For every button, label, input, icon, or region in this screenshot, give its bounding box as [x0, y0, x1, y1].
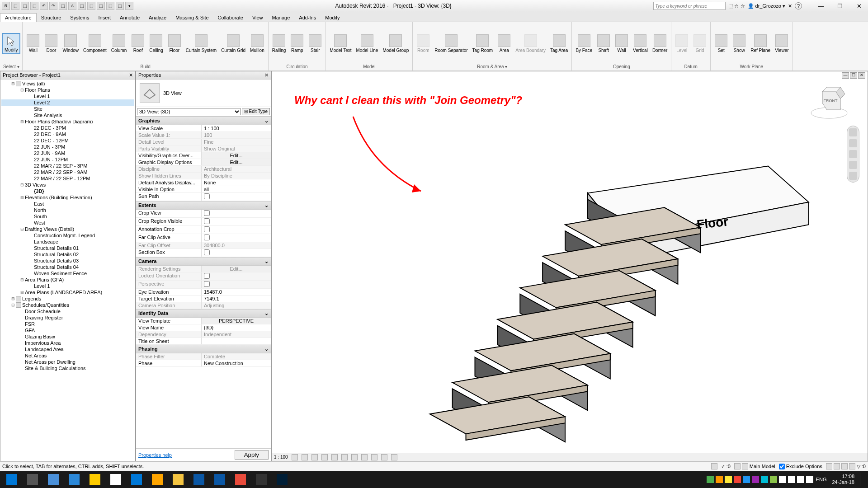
taskbar-app-3[interactable]	[64, 472, 84, 487]
qat-button-1[interactable]: ⬚	[11, 2, 19, 10]
tree-item[interactable]: 22 MAR / 22 SEP - 3PM	[1, 163, 134, 169]
tray-icon-2[interactable]	[725, 476, 732, 483]
infocenter-icons[interactable]: ⬚ ☆ ☆	[728, 3, 745, 9]
detail-level-icon[interactable]	[292, 454, 298, 460]
tree-item[interactable]: Woven Sediment Fence	[1, 270, 134, 277]
tree-item[interactable]: ⊞Legends	[1, 296, 134, 302]
tray-icon-10[interactable]	[797, 476, 804, 483]
stair-button[interactable]: Stair	[307, 33, 324, 54]
tree-item[interactable]: ⊟Schedules/Quantities	[1, 302, 134, 308]
shaft-button[interactable]: Shaft	[595, 33, 612, 54]
property-value[interactable]	[202, 218, 271, 225]
property-value[interactable]: all	[202, 186, 271, 192]
type-selector-header[interactable]: 3D View	[136, 80, 271, 107]
tray-icon-4[interactable]	[743, 476, 750, 483]
by-face-button[interactable]: By Face	[574, 33, 594, 54]
model-text-button[interactable]: Model Text	[328, 33, 353, 54]
qat-button-0[interactable]: R	[2, 2, 10, 10]
analytical-icon[interactable]	[391, 454, 397, 460]
tab-modify[interactable]: Modify	[321, 14, 344, 22]
tree-item[interactable]: ⊟Elevations (Building Elevation)	[1, 194, 134, 201]
tree-item[interactable]: Site Analysis	[1, 112, 134, 118]
taskbar-app-1[interactable]	[23, 472, 42, 487]
tray-icon-11[interactable]	[806, 476, 813, 483]
property-value[interactable]: New Construction	[202, 360, 271, 366]
property-value[interactable]: None	[202, 179, 271, 186]
ramp-button[interactable]: Ramp	[288, 33, 306, 54]
qat-button-7[interactable]: A	[68, 2, 76, 10]
tree-item[interactable]: Net Areas per Dwelling	[1, 359, 134, 365]
qat-button-9[interactable]: ⬚	[87, 2, 95, 10]
door-button[interactable]: Door	[42, 33, 60, 54]
taskbar-app-7[interactable]	[147, 472, 167, 487]
tray-icon-0[interactable]	[707, 476, 714, 483]
rendering-icon[interactable]	[331, 454, 338, 460]
tree-item[interactable]: 22 JUN - 9AM	[1, 150, 134, 156]
orbit-icon[interactable]	[849, 161, 857, 169]
tab-add-ins[interactable]: Add-Ins	[294, 14, 321, 22]
shadows-icon[interactable]	[321, 454, 328, 460]
close-button[interactable]: ✕	[852, 1, 866, 10]
show-button[interactable]: Show	[731, 33, 748, 54]
tray-icon-1[interactable]	[716, 476, 723, 483]
tree-item[interactable]: 22 JUN - 12PM	[1, 156, 134, 163]
tab-view[interactable]: View	[248, 14, 268, 22]
tree-item[interactable]: ⊟Area Plans (GFA)	[1, 277, 134, 283]
taskbar-app-6[interactable]	[127, 472, 146, 487]
vertical-button[interactable]: Vertical	[631, 33, 650, 54]
unlock-icon[interactable]	[361, 454, 368, 460]
mullion-button[interactable]: Mullion	[248, 33, 266, 54]
design-options[interactable]: Main Model	[734, 463, 775, 469]
property-group-header[interactable]: Graphics⌄	[136, 117, 271, 125]
room-separator-button[interactable]: Room Separator	[433, 33, 469, 54]
close-icon[interactable]: ✕	[129, 72, 133, 78]
tree-item[interactable]: Level 1	[1, 283, 134, 289]
qat-button-10[interactable]: ⬚	[97, 2, 105, 10]
edit-type-button[interactable]: ⊞ Edit Type	[242, 108, 270, 115]
tree-item[interactable]: ⊟Floor Plans (Shadow Diagram)	[1, 118, 134, 125]
property-value[interactable]	[202, 210, 271, 217]
qat-button-11[interactable]: ⬚	[106, 2, 114, 10]
tree-item[interactable]: ⊟3D Views	[1, 182, 134, 188]
tree-item[interactable]: 22 DEC - 9AM	[1, 131, 134, 137]
area-button[interactable]: Area	[495, 33, 513, 54]
tree-item[interactable]: Glazing Basix	[1, 333, 134, 340]
properties-help-link[interactable]: Properties help	[138, 452, 172, 458]
tray-icon-9[interactable]	[788, 476, 795, 483]
tree-item[interactable]: 22 JUN - 3PM	[1, 144, 134, 150]
qat-button-13[interactable]: ▾	[125, 2, 133, 10]
taskbar-app-2[interactable]	[43, 472, 63, 487]
tree-item[interactable]: ⊟Drafting Views (Detail)	[1, 226, 134, 232]
tree-item[interactable]: {3D}	[1, 188, 134, 194]
tree-item[interactable]: Site & Building Calculations	[1, 365, 134, 371]
zoom-icon[interactable]	[849, 150, 857, 158]
taskbar-app-5[interactable]	[106, 472, 126, 487]
property-value[interactable]	[202, 234, 271, 242]
tree-item[interactable]: Landscape	[1, 239, 134, 245]
taskbar-app-13[interactable]	[272, 472, 292, 487]
taskbar-app-11[interactable]	[231, 472, 250, 487]
user-badge[interactable]: 👤 dr_Grozozo ▾	[748, 3, 785, 9]
property-value[interactable]: 7149.1	[202, 296, 271, 302]
pan-icon[interactable]	[849, 139, 857, 147]
close-icon[interactable]: ✕	[264, 72, 269, 78]
set-button[interactable]: Set	[712, 33, 730, 54]
tree-item[interactable]: East	[1, 201, 134, 207]
tree-item[interactable]: ⊟Views (all)	[1, 80, 134, 87]
tag-area-button[interactable]: Tag Area	[548, 33, 570, 54]
ceiling-button[interactable]: Ceiling	[147, 33, 165, 54]
model-group-button[interactable]: Model Group	[381, 33, 410, 54]
visual-style-icon[interactable]	[302, 454, 308, 460]
component-button[interactable]: Component	[81, 33, 108, 54]
tree-item[interactable]: 22 DEC - 12PM	[1, 137, 134, 144]
qat-button-3[interactable]: ⬚	[30, 2, 38, 10]
view-scale[interactable]: 1 : 100	[274, 455, 288, 460]
steering-wheel-icon[interactable]	[849, 128, 857, 136]
maximize-button[interactable]: ☐	[833, 1, 847, 10]
tree-item[interactable]: 22 MAR / 22 SEP - 9AM	[1, 169, 134, 175]
tree-item[interactable]: Structural Details 04	[1, 264, 134, 270]
property-value[interactable]: Edit...	[202, 159, 271, 165]
tree-item[interactable]: Structural Details 01	[1, 245, 134, 251]
window-button[interactable]: Window	[61, 33, 80, 54]
tree-item[interactable]: ⊞Area Plans (LANDSCAPED AREA)	[1, 289, 134, 296]
